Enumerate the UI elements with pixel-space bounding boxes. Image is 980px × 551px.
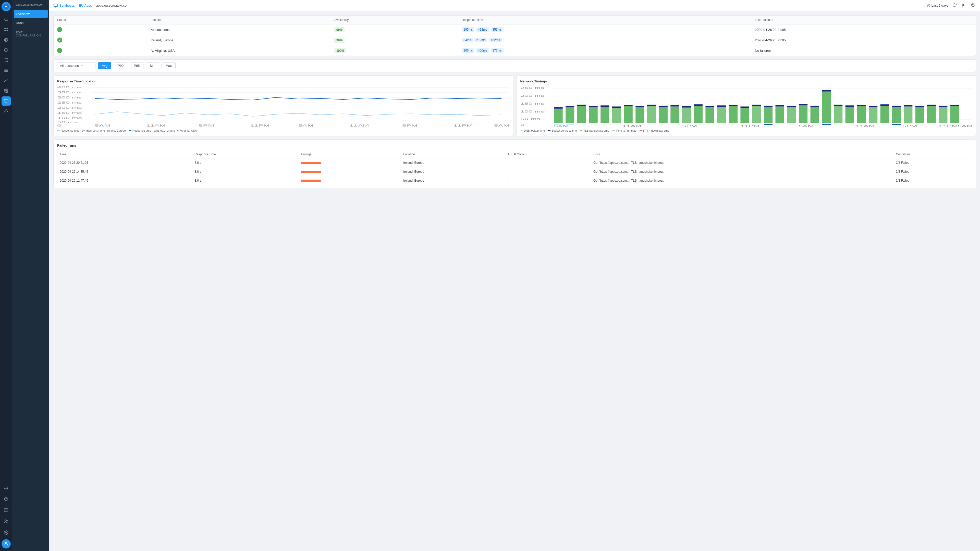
svg-rect-103 <box>717 107 726 123</box>
svg-rect-121 <box>822 92 831 123</box>
svg-text:5PM: 5PM <box>402 124 417 127</box>
failed-timings-bar-1 <box>298 159 401 167</box>
sidebar-dashboard-icon[interactable] <box>2 25 11 34</box>
avail-badge: 99% <box>334 27 345 32</box>
col-response-time: Response Time <box>458 16 751 24</box>
col-last-failed: Last Failed At <box>751 16 976 24</box>
row-location-virginia: N. Virginia, USA <box>147 45 331 56</box>
failed-error-3: Get "https://apps.eu.sem...: TLS handsha… <box>591 176 894 185</box>
status-ok-icon: ✓ <box>57 48 62 53</box>
row-last-failed-ireland: 2020-04-26 20:21:05 <box>751 35 976 45</box>
sidebar-globe-icon[interactable] <box>2 35 11 44</box>
time-range-display[interactable]: Last 2 days <box>927 3 948 7</box>
svg-rect-106 <box>729 105 737 106</box>
legend-dot-ireland <box>57 130 60 131</box>
breadcrumb-sep-1: › <box>76 3 77 7</box>
avail-badge: 99% <box>334 38 345 43</box>
filter-btn-p99[interactable]: P99 <box>114 62 127 69</box>
col-http-code: HTTP Code <box>506 151 591 159</box>
legend-dot-virginia <box>129 130 131 131</box>
col-status: Status <box>54 16 147 24</box>
app-logo[interactable] <box>2 2 11 11</box>
sidebar-mail-icon[interactable] <box>2 506 11 515</box>
sidebar-help-icon[interactable] <box>2 494 11 503</box>
svg-rect-108 <box>740 106 749 108</box>
nav-item-runs[interactable]: Runs <box>12 18 49 27</box>
svg-rect-98 <box>682 106 690 107</box>
failed-rt-3: 3.0 s <box>192 176 298 185</box>
sidebar <box>0 0 12 551</box>
svg-rect-77 <box>566 106 574 107</box>
svg-rect-99 <box>694 106 702 123</box>
play-button[interactable] <box>961 2 967 9</box>
filter-btn-max[interactable]: Max <box>162 62 176 69</box>
failed-runs-title: Failed runs <box>57 143 972 148</box>
location-dropdown[interactable]: All Locations <box>57 62 95 69</box>
svg-rect-80 <box>577 105 586 106</box>
sidebar-monitor-icon[interactable] <box>2 97 11 106</box>
svg-text:200 ms: 200 ms <box>57 106 82 109</box>
failed-conditions-1: 2/3 Failed <box>894 159 972 167</box>
refresh-button[interactable] <box>951 2 958 9</box>
breadcrumb-eu-apps[interactable]: EU Apps <box>79 3 92 7</box>
filter-btn-min[interactable]: Min <box>146 62 159 69</box>
legend-item-http: HTTP download time <box>640 129 670 132</box>
filter-btn-avg[interactable]: Avg <box>98 62 111 69</box>
sidebar-search-icon[interactable] <box>2 15 11 24</box>
failed-conditions-2: 2/3 Failed <box>894 167 972 176</box>
svg-rect-137 <box>915 107 924 123</box>
svg-rect-87 <box>624 106 632 123</box>
svg-rect-83 <box>600 107 609 123</box>
svg-text:5AM: 5AM <box>95 124 110 127</box>
breadcrumb-current: apps.eu.sematext.com <box>96 3 129 7</box>
svg-rect-136 <box>904 105 912 106</box>
svg-rect-146 <box>822 124 831 125</box>
svg-line-2 <box>7 20 8 21</box>
legend-item-firstbyte: Time to first byte <box>612 129 636 132</box>
sidebar-team-icon[interactable] <box>2 517 11 526</box>
row-rt-virginia: 306ms 450ms 376ms <box>458 45 751 56</box>
col-time[interactable]: Time ↑ <box>57 151 192 159</box>
help-button[interactable] <box>970 2 976 9</box>
svg-rect-117 <box>799 105 807 123</box>
breadcrumb-synthetics[interactable]: Synthetics <box>59 3 75 7</box>
svg-rect-79 <box>577 106 586 123</box>
col-timings: Timings <box>298 151 401 159</box>
nav-item-overview[interactable]: Overview <box>14 10 48 18</box>
svg-rect-74 <box>554 107 563 109</box>
failed-http-1: - <box>506 159 591 167</box>
location-select-label: All Locations <box>60 64 79 68</box>
timing-bar <box>301 162 321 164</box>
svg-point-1 <box>5 18 7 21</box>
sidebar-alert-icon[interactable] <box>2 106 11 116</box>
nav-edit-config[interactable]: Edit Configuration <box>12 27 49 38</box>
svg-rect-93 <box>659 107 667 123</box>
svg-text:200 ms: 200 ms <box>520 94 544 97</box>
sidebar-flag-icon[interactable] <box>2 56 11 65</box>
col-response-time: Response Time <box>192 151 298 159</box>
synthetics-icon <box>53 3 58 8</box>
response-time-legend: Response time - syntheti...on.name=Irela… <box>57 129 509 132</box>
sidebar-chart-icon[interactable] <box>2 76 11 85</box>
filter-btn-p95[interactable]: P95 <box>130 62 143 69</box>
svg-rect-76 <box>566 107 574 123</box>
svg-rect-143 <box>950 106 959 123</box>
svg-text:11PM: 11PM <box>740 125 759 127</box>
svg-text:50 ms: 50 ms <box>520 118 540 121</box>
failed-rt-1: 3.0 s <box>192 159 298 167</box>
svg-rect-5 <box>4 30 6 32</box>
content-area: Status Location Availability Response Ti… <box>49 11 980 551</box>
row-avail-all: 99% <box>331 24 458 35</box>
sidebar-info-icon[interactable] <box>2 45 11 55</box>
sidebar-settings-icon[interactable] <box>2 86 11 95</box>
sidebar-bell-icon[interactable] <box>2 483 11 492</box>
svg-rect-86 <box>612 106 620 108</box>
sidebar-gear-icon[interactable] <box>2 528 11 537</box>
sidebar-user-icon[interactable] <box>2 539 11 548</box>
svg-text:100 ms: 100 ms <box>520 110 544 113</box>
sidebar-list-icon[interactable] <box>2 66 11 75</box>
svg-point-27 <box>6 532 7 534</box>
breadcrumb: Synthetics › EU Apps › apps.eu.sematext.… <box>53 3 129 8</box>
svg-rect-141 <box>939 107 947 123</box>
svg-text:250 ms: 250 ms <box>57 101 82 104</box>
